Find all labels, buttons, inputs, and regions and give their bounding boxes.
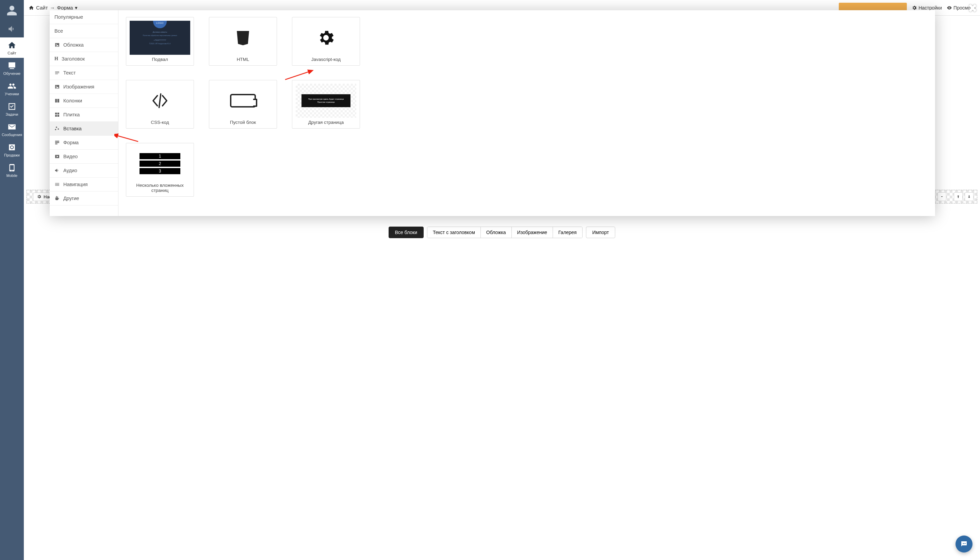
block-card-nested[interactable]: 1 2 3 Несколько вложенных страниц (126, 143, 194, 197)
sidebar-avatar[interactable] (0, 0, 24, 20)
cat-label: Видео (63, 154, 78, 159)
phone-icon (7, 163, 16, 172)
cat-item-form[interactable]: Форма (50, 136, 118, 150)
topbar-settings[interactable]: Настройки (912, 5, 942, 10)
home-icon (7, 41, 16, 50)
cat-label: Навигация (63, 182, 88, 187)
cat-item-nav[interactable]: Навигация (50, 178, 118, 192)
sidebar-label-learn: Обучение (3, 72, 20, 75)
battery-frame-icon (230, 94, 256, 108)
cat-item-other[interactable]: Другие (50, 192, 118, 205)
block-card-other-page[interactable]: При просмотре здесь будет страница Прост… (292, 80, 360, 128)
thumb-nested: 1 2 3 (130, 147, 190, 181)
block-card-empty[interactable]: Пустой блок (209, 80, 277, 128)
modal-close-button[interactable]: ✖ (968, 2, 977, 15)
crumb-arrow: → (50, 5, 55, 10)
sound-icon (7, 25, 16, 33)
cat-item-insert[interactable]: Вставка (50, 122, 118, 136)
topbar-right: Настройки Просмотр (912, 5, 975, 10)
gears-icon (55, 126, 60, 131)
cat-label: Заголовок (62, 56, 85, 62)
block-label: Другая страница (296, 120, 356, 125)
cat-label: Аудио (63, 168, 77, 173)
sidebar-item-mobile[interactable]: Mobile (0, 160, 24, 180)
check-icon (7, 102, 16, 111)
chat-icon (960, 540, 968, 548)
cat-label: Форма (63, 140, 78, 145)
cat-label: Вставка (63, 126, 82, 131)
gear-icon (37, 194, 42, 199)
block-type-buttons: Все блоки Текст с заголовком Обложка Изо… (24, 227, 980, 238)
block-label: Javascript-код (296, 57, 356, 62)
crumb-site: Сайт (36, 5, 48, 10)
block-more-button[interactable] (937, 192, 946, 201)
block-move-down-button[interactable] (965, 192, 973, 201)
eye-icon (947, 5, 952, 10)
cover-button[interactable]: Обложка (481, 227, 512, 238)
image-icon (55, 84, 60, 90)
gear-icon (317, 28, 335, 47)
import-button[interactable]: Импорт (586, 227, 615, 238)
sidebar-label-messages: Сообщения (2, 133, 22, 137)
sidebar-sound[interactable] (0, 20, 24, 37)
sidebar-item-sales[interactable]: Продажи (0, 140, 24, 160)
arrow-down-icon (967, 195, 971, 199)
block-label: Несколько вложенных страниц (130, 183, 190, 193)
block-label: Подвал (130, 57, 190, 62)
crumb-caret: ▾ (75, 5, 78, 11)
sidebar-item-learn[interactable]: Обучение (0, 58, 24, 78)
sidebar-item-tasks[interactable]: Задачи (0, 99, 24, 119)
caret-down-icon (940, 195, 944, 199)
nested-row-2: 2 (140, 161, 180, 167)
block-card-html[interactable]: HTML (209, 17, 277, 66)
breadcrumb[interactable]: Сайт → Форма ▾ (28, 5, 78, 11)
cat-item-tiles[interactable]: Плитка (50, 108, 118, 122)
block-card-css[interactable]: CSS-код (126, 80, 194, 128)
audio-icon (55, 168, 60, 173)
thumb-footer: LOGO Договор оферты Политика обработки п… (130, 21, 190, 55)
cat-label: Изображения (63, 84, 94, 90)
cat-item-text[interactable]: Текст (50, 66, 118, 80)
form-icon (55, 140, 60, 145)
block-card-footer[interactable]: LOGO Договор оферты Политика обработки п… (126, 17, 194, 66)
image-button[interactable]: Изображение (512, 227, 553, 238)
other-page-title: Простая страница (308, 101, 344, 104)
cat-item-columns[interactable]: Колонки (50, 94, 118, 108)
sidebar-item-messages[interactable]: Сообщения (0, 119, 24, 140)
footer-copy: ©2020, ИП Андропова Ю.А (149, 43, 171, 45)
cat-item-popular[interactable]: Популярные (50, 10, 118, 24)
block-move-up-button[interactable] (954, 192, 963, 201)
text-lines-icon (55, 70, 60, 75)
chat-fab[interactable] (955, 535, 973, 553)
cat-item-images[interactable]: Изображения (50, 80, 118, 94)
chart-icon (7, 61, 16, 70)
main-sidebar: Сайт Обучение Ученики Задачи Сообщения П… (0, 0, 24, 560)
block-label: CSS-код (130, 120, 190, 125)
other-page-hint: При просмотре здесь будет страница (308, 98, 344, 101)
arrow-up-icon (956, 195, 960, 199)
block-card-js[interactable]: Javascript-код (292, 17, 360, 66)
gallery-button[interactable]: Галерея (553, 227, 582, 238)
cat-item-all[interactable]: Все (50, 24, 118, 38)
footer-logo: LOGO (153, 21, 167, 28)
home-icon (28, 5, 34, 10)
cat-item-audio[interactable]: Аудио (50, 163, 118, 178)
cat-item-cover[interactable]: Обложка (50, 38, 118, 52)
modal-block-grid: LOGO Договор оферты Политика обработки п… (118, 10, 935, 216)
avatar-icon (6, 5, 18, 16)
sidebar-label-site: Сайт (7, 51, 16, 55)
nested-row-3: 3 (140, 168, 180, 174)
grid-icon (55, 112, 60, 117)
heading-h-icon: H (55, 56, 58, 62)
video-icon (55, 154, 60, 159)
sidebar-item-site[interactable]: Сайт (0, 37, 24, 58)
all-blocks-button[interactable]: Все блоки (388, 227, 423, 238)
image-box-icon (55, 42, 60, 48)
cat-item-heading[interactable]: H Заголовок (50, 52, 118, 66)
cat-item-video[interactable]: Видео (50, 150, 118, 163)
thumb-empty (213, 84, 273, 118)
sidebar-item-students[interactable]: Ученики (0, 78, 24, 99)
thumb-js (296, 21, 356, 55)
text-heading-button[interactable]: Текст с заголовком (427, 227, 481, 238)
cat-label: Текст (63, 70, 76, 75)
